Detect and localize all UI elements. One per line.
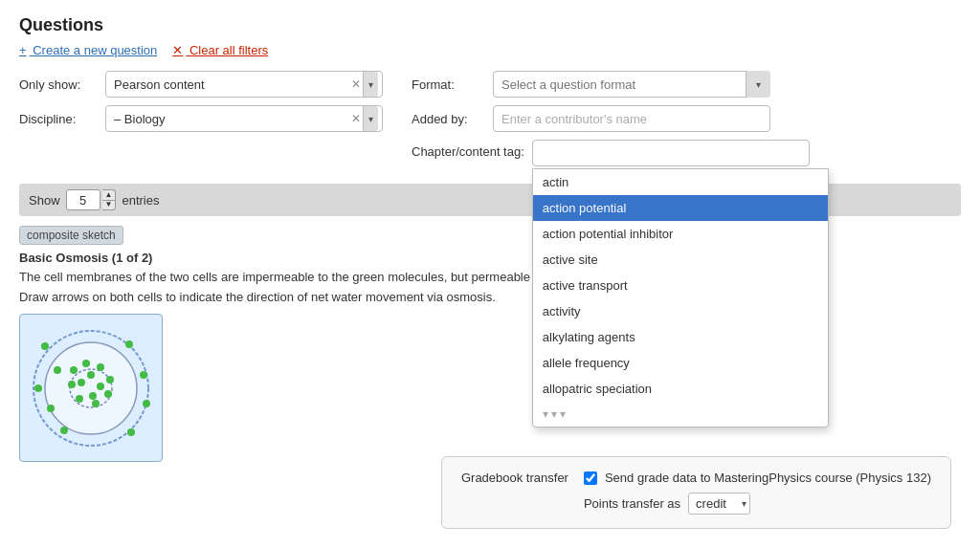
gradebook-checkbox[interactable] xyxy=(584,471,597,485)
only-show-select[interactable]: Pearson content ✕ ▾ xyxy=(105,71,383,98)
dropdown-item-alkylating-agents[interactable]: alkylating agents xyxy=(533,324,828,350)
dropdown-item-more[interactable]: ▾ ▾ ▾ xyxy=(533,402,828,427)
create-question-link[interactable]: + Create a new question xyxy=(19,43,157,57)
svg-point-19 xyxy=(76,395,83,403)
points-label: Points transfer as xyxy=(584,496,680,511)
only-show-arrow[interactable]: ▾ xyxy=(363,72,378,97)
discipline-value: – Biology xyxy=(114,112,351,126)
dropdown-item-action-potential[interactable]: action potential xyxy=(533,195,828,221)
added-by-input[interactable] xyxy=(493,105,770,132)
discipline-arrow[interactable]: ▾ xyxy=(363,106,378,131)
points-select[interactable]: credit xyxy=(688,493,750,515)
left-filters: Only show: Pearson content ✕ ▾ Disciplin… xyxy=(19,71,383,174)
entries-spinner[interactable]: ▲ ▼ xyxy=(102,189,117,210)
svg-point-18 xyxy=(92,400,100,407)
format-dropdown-arrow[interactable]: ▾ xyxy=(746,71,770,98)
actions-row: + Create a new question ✕ Clear all filt… xyxy=(19,43,961,57)
page-container: Questions + Create a new question ✕ Clea… xyxy=(0,0,980,548)
dropdown-item-allopatric-speciation[interactable]: allopatric speciation xyxy=(533,376,828,402)
format-input[interactable] xyxy=(493,71,770,98)
cell-image xyxy=(19,314,163,462)
clear-filters-link[interactable]: ✕ Clear all filters xyxy=(172,43,268,57)
dropdown-item-activity[interactable]: activity xyxy=(533,298,828,324)
dropdown-item-active-site[interactable]: active site xyxy=(533,247,828,273)
dropdown-item-allele-frequency[interactable]: allele frequency xyxy=(533,350,828,376)
chapter-tag-dropdown: actin action potential action potential … xyxy=(532,168,829,427)
filters-area: Only show: Pearson content ✕ ▾ Disciplin… xyxy=(19,71,961,174)
added-by-label: Added by: xyxy=(412,112,493,126)
svg-point-13 xyxy=(70,366,78,374)
chapter-tag-wrap: actin action potential action potential … xyxy=(532,140,810,166)
discipline-select[interactable]: – Biology ✕ ▾ xyxy=(105,105,383,132)
format-label: Format: xyxy=(412,77,493,92)
gradebook-box: Gradebook transfer Send grade data to Ma… xyxy=(441,456,951,529)
discipline-row: Discipline: – Biology ✕ ▾ xyxy=(19,105,383,132)
svg-point-11 xyxy=(143,400,150,407)
discipline-clear[interactable]: ✕ xyxy=(351,112,361,125)
entries-suffix: entries xyxy=(122,193,159,208)
chapter-tag-label: Chapter/content tag: xyxy=(412,140,532,159)
svg-point-4 xyxy=(41,342,49,350)
page-title: Questions xyxy=(19,15,961,35)
question-tag: composite sketch xyxy=(19,226,123,245)
svg-point-15 xyxy=(97,363,104,371)
added-by-row: Added by: xyxy=(412,105,810,132)
svg-point-17 xyxy=(104,390,112,398)
chapter-tag-input[interactable] xyxy=(532,140,810,166)
svg-point-9 xyxy=(125,340,133,348)
svg-point-23 xyxy=(78,379,85,386)
plus-icon: + xyxy=(19,43,27,57)
only-show-value: Pearson content xyxy=(114,77,351,92)
svg-point-21 xyxy=(87,371,95,379)
entries-num[interactable]: 5 xyxy=(66,189,100,210)
svg-point-14 xyxy=(82,360,90,367)
svg-point-5 xyxy=(54,366,61,374)
only-show-clear[interactable]: ✕ xyxy=(351,77,361,91)
dropdown-item-active-transport[interactable]: active transport xyxy=(533,273,828,298)
format-row: Format: ▾ xyxy=(412,71,810,98)
svg-point-22 xyxy=(97,383,104,390)
discipline-label: Discipline: xyxy=(19,112,105,126)
svg-point-12 xyxy=(127,428,135,436)
osmosis-svg xyxy=(24,318,158,459)
spin-down[interactable]: ▼ xyxy=(102,201,116,210)
dropdown-item-action-potential-inhibitor[interactable]: action potential inhibitor xyxy=(533,221,828,247)
svg-point-20 xyxy=(68,381,76,388)
gradebook-transfer-row: Gradebook transfer Send grade data to Ma… xyxy=(461,471,931,485)
dropdown-item-actin[interactable]: actin xyxy=(533,169,828,195)
x-icon: ✕ xyxy=(172,43,183,57)
points-select-wrap: credit ▾ xyxy=(688,493,750,515)
right-filters: Format: ▾ Added by: Chapter/content tag: xyxy=(412,71,810,174)
gradebook-label: Gradebook transfer xyxy=(461,471,576,485)
gradebook-checkbox-label: Send grade data to MasteringPhysics cour… xyxy=(605,471,931,485)
svg-point-6 xyxy=(34,384,42,392)
svg-point-7 xyxy=(47,405,55,412)
svg-point-24 xyxy=(89,392,97,400)
show-label: Show xyxy=(29,193,60,208)
only-show-row: Only show: Pearson content ✕ ▾ xyxy=(19,71,383,98)
only-show-label: Only show: xyxy=(19,77,105,92)
spin-up[interactable]: ▲ xyxy=(102,190,116,201)
svg-point-16 xyxy=(106,376,114,384)
svg-point-10 xyxy=(140,371,147,379)
format-input-wrap: ▾ xyxy=(493,71,770,98)
entries-count-wrap[interactable]: 5 ▲ ▼ xyxy=(66,189,117,210)
chapter-tag-row: Chapter/content tag: actin action potent… xyxy=(412,140,810,166)
points-row: Points transfer as credit ▾ xyxy=(461,493,931,515)
svg-point-8 xyxy=(60,427,68,434)
svg-point-2 xyxy=(45,342,137,434)
